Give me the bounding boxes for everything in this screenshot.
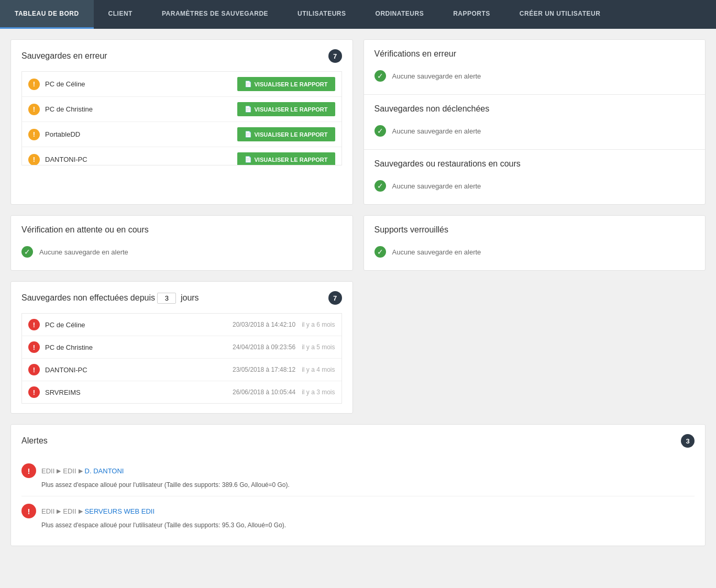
non-effectuees-suffix: jours <box>181 293 199 302</box>
doc-icon: 📄 <box>245 156 252 163</box>
card-non-effectuees: Sauvegardes non effectuées depuis jours … <box>10 281 353 414</box>
alerte-message: Plus assez d'espace alloué pour l'utilis… <box>41 481 695 489</box>
alerte-path: EDII ▶ EDII ▶ SERVEURS WEB EDII <box>41 507 155 515</box>
visualiser-rapport-button[interactable]: 📄 VISUALISER LE RAPPORT <box>237 102 335 116</box>
doc-icon: 📄 <box>245 81 252 87</box>
sauvegardes-erreur-list: ! PC de Céline 📄 VISUALISER LE RAPPORT !… <box>21 71 342 165</box>
warning-icon: ! <box>28 79 40 90</box>
verifications-erreur-ok: ✓ Aucune sauvegarde en alerte <box>374 67 695 85</box>
item-date: 20/03/2018 à 14:42:10 <box>233 321 295 328</box>
item-age: il y a 3 mois <box>302 389 335 396</box>
card-sauvegardes-erreur: Sauvegardes en erreur 7 ! PC de Céline 📄… <box>10 39 353 205</box>
list-item: ! PC de Céline 📄 VISUALISER LE RAPPORT <box>22 72 342 97</box>
verification-attente-ok: ✓ Aucune sauvegarde en alerte <box>21 243 342 261</box>
item-date: 23/05/2018 à 17:48:12 <box>233 366 295 373</box>
section-non-declenchees: Sauvegardes non déclenchées ✓ Aucune sau… <box>364 95 706 150</box>
path-segment: EDII <box>41 467 54 475</box>
verification-attente-title-row: Vérification en attente ou en cours <box>21 225 342 235</box>
non-declenchees-title: Sauvegardes non déclenchées <box>374 104 490 114</box>
warning-icon: ! <box>28 104 40 115</box>
non-declenchees-ok: ✓ Aucune sauvegarde en alerte <box>374 122 695 140</box>
section-verifications-erreur: Vérifications en erreur ✓ Aucune sauvega… <box>364 40 706 95</box>
sauvegardes-cours-title-row: Sauvegardes ou restaurations en cours <box>374 159 695 169</box>
list-item: ! PC de Céline 20/03/2018 à 14:42:10 il … <box>22 314 342 336</box>
non-effectuees-badge: 7 <box>328 291 342 305</box>
card-alertes: Alertes 3 ! EDII ▶ EDII ▶ D. DANTONI Plu… <box>10 424 706 546</box>
item-age: il y a 6 mois <box>302 321 335 328</box>
non-effectuees-title-row-content: Sauvegardes non effectuées depuis jours <box>21 293 199 304</box>
nav-client[interactable]: CLIENT <box>94 0 147 29</box>
error-icon: ! <box>28 319 40 330</box>
error-icon: ! <box>28 364 40 375</box>
non-declenchees-title-row: Sauvegardes non déclenchées <box>374 104 695 114</box>
alerte-path: EDII ▶ EDII ▶ D. DANTONI <box>41 467 124 475</box>
path-arrow: ▶ <box>57 508 61 515</box>
main-content: Sauvegardes en erreur 7 ! PC de Céline 📄… <box>0 29 716 557</box>
list-item: ! SRVREIMS 26/06/2018 à 10:05:44 il y a … <box>22 381 342 403</box>
path-arrow: ▶ <box>79 508 83 515</box>
days-input[interactable] <box>157 293 176 304</box>
list-item: ! DANTONI-PC 📄 VISUALISER LE RAPPORT <box>22 147 342 165</box>
list-item: ! PC de Christine 24/04/2018 à 09:23:56 … <box>22 336 342 359</box>
doc-icon: 📄 <box>245 131 252 138</box>
ok-icon: ✓ <box>21 246 33 258</box>
alertes-title-row: Alertes 3 <box>21 434 695 448</box>
visualiser-rapport-button[interactable]: 📄 VISUALISER LE RAPPORT <box>237 152 335 165</box>
nav-tableau-de-bord[interactable]: TABLEAU DE BORD <box>0 0 94 29</box>
verifications-erreur-title: Vérifications en erreur <box>374 49 457 59</box>
path-segment-link[interactable]: SERVEURS WEB EDII <box>85 507 155 515</box>
nav-creer-utilisateur[interactable]: CRÉER UN UTILISATEUR <box>505 0 615 29</box>
section-sauvegardes-cours: Sauvegardes ou restaurations en cours ✓ … <box>364 150 706 204</box>
item-name: SRVREIMS <box>45 389 233 396</box>
supports-verrouilles-title-row: Supports verrouillés <box>374 225 695 235</box>
non-effectuees-title-row: Sauvegardes non effectuées depuis jours … <box>21 291 342 305</box>
item-name: PortableDD <box>45 130 237 138</box>
alertes-badge: 3 <box>681 434 695 448</box>
alerte-message: Plus assez d'espace alloué pour l'utilis… <box>41 522 695 529</box>
path-segment-link[interactable]: D. DANTONI <box>85 467 124 475</box>
alertes-list: ! EDII ▶ EDII ▶ D. DANTONI Plus assez d'… <box>21 456 695 536</box>
alerte-item: ! EDII ▶ EDII ▶ D. DANTONI Plus assez d'… <box>21 456 695 496</box>
item-name: PC de Christine <box>45 343 233 351</box>
item-name: PC de Céline <box>45 80 237 88</box>
sauvegardes-cours-title: Sauvegardes ou restaurations en cours <box>374 159 521 169</box>
list-item: ! DANTONI-PC 23/05/2018 à 17:48:12 il y … <box>22 359 342 381</box>
doc-icon: 📄 <box>245 106 252 113</box>
alerte-header: ! EDII ▶ EDII ▶ SERVEURS WEB EDII <box>21 504 695 518</box>
nav-utilisateurs[interactable]: UTILISATEURS <box>283 0 360 29</box>
path-segment: EDII <box>41 507 54 515</box>
item-date: 26/06/2018 à 10:05:44 <box>233 389 295 396</box>
sauvegardes-cours-ok-text: Aucune sauvegarde en alerte <box>392 182 481 190</box>
nav-parametres[interactable]: PARAMÈTRES DE SAUVEGARDE <box>147 0 283 29</box>
list-item: ! PortableDD 📄 VISUALISER LE RAPPORT <box>22 122 342 147</box>
supports-verrouilles-title: Supports verrouillés <box>374 225 448 235</box>
ok-icon: ✓ <box>374 180 386 192</box>
alerte-item: ! EDII ▶ EDII ▶ SERVEURS WEB EDII Plus a… <box>21 496 695 536</box>
supports-verrouilles-ok: ✓ Aucune sauvegarde en alerte <box>374 243 695 261</box>
verifications-erreur-ok-text: Aucune sauvegarde en alerte <box>392 72 481 80</box>
item-age: il y a 5 mois <box>302 343 335 351</box>
verification-attente-ok-text: Aucune sauvegarde en alerte <box>39 248 128 256</box>
navigation: TABLEAU DE BORD CLIENT PARAMÈTRES DE SAU… <box>0 0 716 29</box>
sauvegardes-cours-ok: ✓ Aucune sauvegarde en alerte <box>374 177 695 195</box>
error-icon: ! <box>28 386 40 398</box>
nav-rapports[interactable]: RAPPORTS <box>438 0 505 29</box>
item-name: PC de Christine <box>45 105 237 113</box>
visualiser-rapport-button[interactable]: 📄 VISUALISER LE RAPPORT <box>237 77 335 91</box>
nav-ordinateurs[interactable]: ORDINATEURS <box>361 0 439 29</box>
alerte-header: ! EDII ▶ EDII ▶ D. DANTONI <box>21 463 695 478</box>
alert-error-icon: ! <box>21 463 36 478</box>
ok-icon: ✓ <box>374 246 386 258</box>
item-date: 24/04/2018 à 09:23:56 <box>233 343 295 351</box>
ok-icon: ✓ <box>374 70 386 82</box>
item-age: il y a 4 mois <box>302 366 335 373</box>
path-arrow: ▶ <box>57 468 61 474</box>
item-name: PC de Céline <box>45 321 233 329</box>
card-right-top: Vérifications en erreur ✓ Aucune sauvega… <box>363 39 706 205</box>
non-declenchees-ok-text: Aucune sauvegarde en alerte <box>392 127 481 135</box>
item-name: DANTONI-PC <box>45 156 237 163</box>
verifications-erreur-title-row: Vérifications en erreur <box>374 49 695 59</box>
item-name: DANTONI-PC <box>45 366 233 374</box>
card-verification-attente: Vérification en attente ou en cours ✓ Au… <box>10 215 353 271</box>
visualiser-rapport-button[interactable]: 📄 VISUALISER LE RAPPORT <box>237 127 335 141</box>
